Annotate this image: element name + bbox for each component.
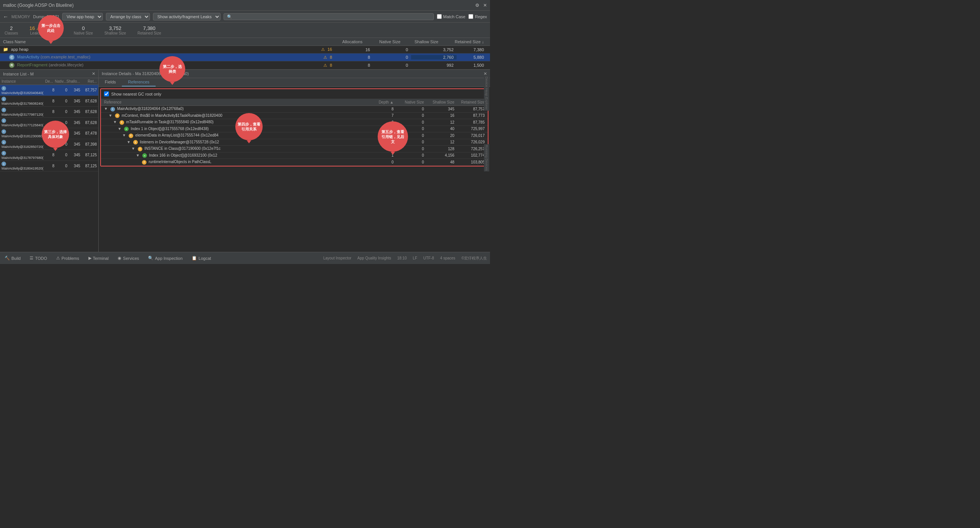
close-instance-panel[interactable]: ✕: [92, 71, 95, 76]
table-row[interactable]: C MainActivity (com.example.test_malloc)…: [0, 54, 490, 62]
class-name: app heap: [11, 47, 29, 52]
folder-icon: 📁: [3, 47, 8, 52]
details-content: Show nearest GC root only Reference Dept…: [99, 87, 490, 264]
tab-references[interactable]: References: [122, 78, 155, 87]
col-alloc-header: Allocations: [335, 40, 366, 44]
expand-icon[interactable]: ▼: [136, 153, 140, 157]
ref-row[interactable]: ▼ f elementData in ArrayList@317555744 (…: [101, 132, 488, 139]
expand-icon[interactable]: ▼: [118, 127, 121, 131]
app-inspection-button[interactable]: 🔍 App Inspection: [146, 255, 184, 262]
class-name: MainActivity: [17, 55, 40, 59]
ref-icon: f: [129, 133, 133, 138]
stat-classes: 2 Classes: [5, 25, 18, 35]
class-table: Class Name Allocations Native Size Shall…: [0, 38, 490, 70]
nav-bar: ← MEMORY Dump: 35.971 View app heap Arra…: [0, 11, 490, 23]
col-shallow-header: Shallow Size: [404, 40, 441, 44]
ref-row[interactable]: ▼ f INSTANCE in Class@317190600 (0x12e7f…: [101, 146, 488, 152]
instance-list-panel: Instance List - M ✕ Instance De... Nativ…: [0, 70, 99, 264]
problems-button[interactable]: ⚠ Problems: [55, 255, 81, 262]
bottom-panels: Instance List - M ✕ Instance De... Nativ…: [0, 70, 490, 264]
todo-icon: ☰: [30, 256, 33, 261]
list-item[interactable]: iMainActivity@3179608240( 8 0 345 87,628: [0, 96, 98, 107]
todo-button[interactable]: ☰ TODO: [28, 255, 49, 262]
logcat-icon: 📋: [192, 256, 197, 261]
tab-fields[interactable]: Fields: [99, 78, 122, 87]
ref-icon: f: [119, 120, 124, 125]
references-box: Show nearest GC root only Reference Dept…: [100, 88, 488, 166]
expand-icon[interactable]: ▼: [122, 133, 126, 137]
regex-label: Regex: [468, 14, 487, 19]
list-item[interactable]: iMainActivity@3178797680( 8 0 345 87,125: [0, 150, 98, 161]
instance-list-scroll[interactable]: iMainActivity@3182040640( 8 0 345 87,757…: [0, 85, 98, 264]
app-quality-insights-button[interactable]: App Quality Insights: [358, 256, 391, 260]
ref-row[interactable]: ▼ f mContext, this$0 in MainActivity$1Ta…: [101, 113, 488, 119]
instance-details-header: Instance Details - Ma 318204064 (0x12f76…: [99, 70, 490, 78]
ref-row[interactable]: ▼ ≡ Index 166 in Object[]@316932100 (0x1…: [101, 152, 488, 159]
class-name: ReportFragment: [17, 63, 48, 67]
class-icon-c: C: [9, 55, 14, 60]
status-bar: 🔨 Build ☰ TODO ⚠ Problems ▶ Terminal ◉ S…: [0, 252, 490, 264]
view-app-heap-dropdown[interactable]: View app heap: [62, 13, 103, 21]
ref-row[interactable]: f runtimeInternalObjects in PathClassL 0…: [101, 159, 488, 166]
ref-icon: f: [138, 147, 142, 151]
terminal-button[interactable]: ▶ Terminal: [87, 255, 110, 262]
instance-icon: i: [2, 151, 6, 155]
expand-icon[interactable]: ▼: [104, 106, 108, 111]
list-item[interactable]: iMainActivity@3182040640( 8 0 345 87,757: [0, 85, 98, 96]
stat-retained: 7,380 Retained Size: [137, 25, 161, 35]
encoding: UTF-8: [423, 256, 434, 260]
title-bar: malloc (Google AOSP On Blueline) ⚙ ✕: [0, 0, 490, 11]
ref-icon: ≡: [124, 127, 129, 131]
warn-icon: ⚠: [323, 63, 327, 68]
list-item[interactable]: iMainActivity@3180419520( 8 0 345 87,125: [0, 161, 98, 172]
instance-icon: i: [2, 162, 6, 166]
list-item[interactable]: iMainActivity@3177125840( 8 0 345 87,628: [0, 117, 98, 128]
instance-icon: i: [2, 140, 6, 144]
running-device-label: Running Devices: [484, 144, 489, 171]
close-icon[interactable]: ✕: [483, 3, 487, 8]
match-case-checkbox[interactable]: [437, 14, 442, 19]
table-row[interactable]: R ReportFragment (androidx.lifecycle) ⚠ …: [0, 62, 490, 70]
expand-icon[interactable]: ▼: [108, 113, 112, 117]
table-row[interactable]: 📁 app heap ⚠ 16 16 0 3,752 7,380: [0, 46, 490, 54]
copyright: ©宏仔程序人生: [461, 256, 487, 261]
ref-row[interactable]: ▼ f listeners in DeviceManager@317555728…: [101, 139, 488, 146]
build-button[interactable]: 🔨 Build: [3, 255, 22, 262]
dump-label: Dump: 35.971: [33, 14, 59, 19]
problems-icon: ⚠: [56, 256, 60, 261]
layout-inspector-button[interactable]: Layout Inspector: [323, 256, 352, 260]
ref-row[interactable]: ▼ f mTaskRunnable in Task@317555840 (0x1…: [101, 119, 488, 126]
ref-icon: i: [110, 107, 115, 111]
col-native-header: Native Size: [366, 40, 404, 44]
time-display: 18:10: [398, 256, 407, 260]
regex-checkbox[interactable]: [468, 14, 473, 19]
show-filter-dropdown[interactable]: Show activity/fragment Leaks: [153, 13, 221, 21]
instance-list-header: Instance List - M ✕: [0, 70, 98, 78]
list-item[interactable]: iMainActivity@3177987120( 8 0 345 87,628: [0, 106, 98, 117]
window-title: malloc (Google AOSP On Blueline): [3, 3, 74, 8]
services-button[interactable]: ◉ Services: [116, 255, 140, 262]
status-right: Layout Inspector App Quality Insights 18…: [323, 256, 487, 261]
expand-icon[interactable]: ▼: [131, 146, 135, 151]
services-icon: ◉: [118, 256, 121, 261]
class-icon-r: R: [9, 63, 14, 68]
arrange-by-class-dropdown[interactable]: Arrange by class: [106, 13, 150, 21]
ref-table-header: Reference Depth ▲ Native Size Shallow Si…: [101, 99, 488, 106]
ref-row[interactable]: ▼ i MainActivity@318204064 (0x12f768a0) …: [101, 106, 488, 113]
list-item[interactable]: iMainActivity@3181230080( 8 0 345 87,478: [0, 128, 98, 139]
gear-icon[interactable]: ⚙: [475, 3, 479, 8]
back-button[interactable]: ←: [3, 14, 8, 20]
search-input[interactable]: [224, 13, 433, 20]
gc-root-filter: Show nearest GC root only: [101, 89, 488, 99]
stat-count: 16 Count: [52, 25, 63, 35]
gc-root-checkbox[interactable]: [104, 91, 109, 96]
instance-table-header: Instance De... Nativ... Shallo... Ret...: [0, 78, 98, 85]
ref-row[interactable]: ▼ ≡ Index 1 in Object[]@317555768 (0x12e…: [101, 126, 488, 133]
instance-details-panel: Instance Details - Ma 318204064 (0x12f76…: [99, 70, 490, 264]
list-item[interactable]: iMainActivity@3182850720( 8 0 345 87,398: [0, 139, 98, 150]
ref-icon: f: [142, 160, 146, 165]
logcat-button[interactable]: 📋 Logcat: [190, 255, 213, 262]
expand-icon[interactable]: ▼: [127, 140, 130, 144]
expand-icon[interactable]: ▼: [113, 120, 117, 124]
col-retained-header[interactable]: Retained Size ↓: [441, 40, 487, 44]
